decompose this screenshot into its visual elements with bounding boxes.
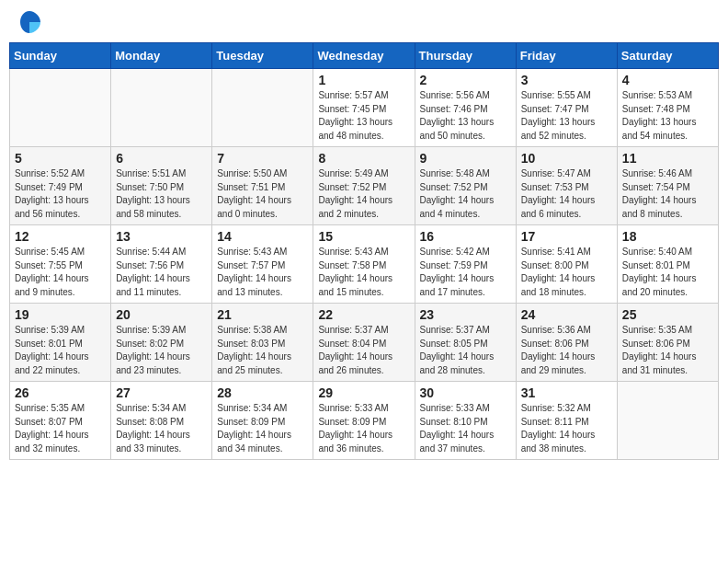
calendar-cell: 23Sunrise: 5:37 AM Sunset: 8:05 PM Dayli…: [415, 304, 516, 382]
calendar-cell: 6Sunrise: 5:51 AM Sunset: 7:50 PM Daylig…: [111, 147, 212, 225]
calendar-cell: 3Sunrise: 5:55 AM Sunset: 7:47 PM Daylig…: [516, 69, 617, 147]
calendar-week-row: 12Sunrise: 5:45 AM Sunset: 7:55 PM Dayli…: [10, 225, 719, 304]
calendar-week-row: 1Sunrise: 5:57 AM Sunset: 7:45 PM Daylig…: [10, 69, 719, 147]
day-number: 31: [521, 385, 612, 400]
calendar-cell: 31Sunrise: 5:32 AM Sunset: 8:11 PM Dayli…: [516, 382, 617, 460]
day-info: Sunrise: 5:40 AM Sunset: 8:01 PM Dayligh…: [622, 246, 713, 299]
day-number: 8: [318, 151, 409, 166]
day-number: 21: [217, 307, 308, 322]
calendar-cell: 15Sunrise: 5:43 AM Sunset: 7:58 PM Dayli…: [313, 225, 415, 304]
calendar-cell: 1Sunrise: 5:57 AM Sunset: 7:45 PM Daylig…: [313, 69, 415, 147]
calendar-cell: 18Sunrise: 5:40 AM Sunset: 8:01 PM Dayli…: [617, 225, 718, 304]
calendar-cell: 8Sunrise: 5:49 AM Sunset: 7:52 PM Daylig…: [313, 147, 415, 225]
calendar-header-row: SundayMondayTuesdayWednesdayThursdayFrid…: [10, 43, 719, 69]
calendar-cell: 4Sunrise: 5:53 AM Sunset: 7:48 PM Daylig…: [617, 69, 718, 147]
day-of-week-header: Sunday: [10, 43, 111, 69]
calendar-cell: [617, 382, 718, 460]
day-number: 13: [116, 229, 207, 244]
calendar-cell: 12Sunrise: 5:45 AM Sunset: 7:55 PM Dayli…: [10, 225, 111, 304]
calendar-cell: 29Sunrise: 5:33 AM Sunset: 8:09 PM Dayli…: [313, 382, 415, 460]
day-number: 4: [622, 73, 713, 87]
calendar-cell: 20Sunrise: 5:39 AM Sunset: 8:02 PM Dayli…: [111, 304, 212, 382]
day-number: 10: [521, 151, 612, 166]
day-number: 5: [15, 151, 106, 166]
day-number: 30: [420, 385, 511, 400]
day-info: Sunrise: 5:43 AM Sunset: 7:58 PM Dayligh…: [318, 246, 409, 299]
day-info: Sunrise: 5:47 AM Sunset: 7:53 PM Dayligh…: [521, 167, 612, 221]
day-info: Sunrise: 5:35 AM Sunset: 8:07 PM Dayligh…: [15, 402, 106, 455]
day-info: Sunrise: 5:38 AM Sunset: 8:03 PM Dayligh…: [217, 324, 308, 377]
day-number: 14: [217, 229, 308, 244]
day-info: Sunrise: 5:37 AM Sunset: 8:05 PM Dayligh…: [420, 324, 511, 377]
calendar-cell: 28Sunrise: 5:34 AM Sunset: 8:09 PM Dayli…: [212, 382, 313, 460]
day-number: 19: [15, 307, 106, 322]
calendar-cell: 21Sunrise: 5:38 AM Sunset: 8:03 PM Dayli…: [212, 304, 313, 382]
calendar-cell: 30Sunrise: 5:33 AM Sunset: 8:10 PM Dayli…: [415, 382, 516, 460]
day-info: Sunrise: 5:32 AM Sunset: 8:11 PM Dayligh…: [521, 402, 612, 455]
day-info: Sunrise: 5:51 AM Sunset: 7:50 PM Dayligh…: [116, 167, 207, 221]
day-info: Sunrise: 5:43 AM Sunset: 7:57 PM Dayligh…: [217, 246, 308, 299]
calendar-cell: 7Sunrise: 5:50 AM Sunset: 7:51 PM Daylig…: [212, 147, 313, 225]
calendar-cell: 24Sunrise: 5:36 AM Sunset: 8:06 PM Dayli…: [516, 304, 617, 382]
day-number: 18: [622, 229, 713, 244]
day-of-week-header: Wednesday: [313, 43, 415, 69]
calendar-cell: 9Sunrise: 5:48 AM Sunset: 7:52 PM Daylig…: [415, 147, 516, 225]
day-number: 15: [318, 229, 409, 244]
day-info: Sunrise: 5:46 AM Sunset: 7:54 PM Dayligh…: [622, 167, 713, 221]
day-info: Sunrise: 5:45 AM Sunset: 7:55 PM Dayligh…: [15, 246, 106, 299]
calendar-table: SundayMondayTuesdayWednesdayThursdayFrid…: [9, 42, 719, 460]
day-of-week-header: Tuesday: [212, 43, 313, 69]
calendar-cell: [212, 69, 313, 147]
calendar-cell: 2Sunrise: 5:56 AM Sunset: 7:46 PM Daylig…: [415, 69, 516, 147]
day-info: Sunrise: 5:33 AM Sunset: 8:10 PM Dayligh…: [420, 402, 511, 455]
day-info: Sunrise: 5:33 AM Sunset: 8:09 PM Dayligh…: [318, 402, 409, 455]
day-info: Sunrise: 5:39 AM Sunset: 8:01 PM Dayligh…: [15, 324, 106, 377]
day-of-week-header: Saturday: [617, 43, 718, 69]
day-number: 2: [420, 73, 511, 87]
calendar-cell: 19Sunrise: 5:39 AM Sunset: 8:01 PM Dayli…: [10, 304, 111, 382]
logo-icon: [17, 9, 42, 35]
day-number: 6: [116, 151, 207, 166]
page-header: [9, 9, 719, 35]
day-number: 24: [521, 307, 612, 322]
calendar-cell: 22Sunrise: 5:37 AM Sunset: 8:04 PM Dayli…: [313, 304, 415, 382]
day-info: Sunrise: 5:50 AM Sunset: 7:51 PM Dayligh…: [217, 167, 308, 221]
day-number: 20: [116, 307, 207, 322]
day-of-week-header: Friday: [516, 43, 617, 69]
calendar-cell: 10Sunrise: 5:47 AM Sunset: 7:53 PM Dayli…: [516, 147, 617, 225]
day-number: 16: [420, 229, 511, 244]
day-info: Sunrise: 5:57 AM Sunset: 7:45 PM Dayligh…: [318, 89, 409, 143]
calendar-cell: 25Sunrise: 5:35 AM Sunset: 8:06 PM Dayli…: [617, 304, 718, 382]
day-number: 1: [318, 73, 409, 87]
day-info: Sunrise: 5:53 AM Sunset: 7:48 PM Dayligh…: [622, 89, 713, 143]
calendar-cell: [10, 69, 111, 147]
day-number: 28: [217, 385, 308, 400]
logo: [13, 9, 42, 35]
calendar-cell: 16Sunrise: 5:42 AM Sunset: 7:59 PM Dayli…: [415, 225, 516, 304]
day-info: Sunrise: 5:41 AM Sunset: 8:00 PM Dayligh…: [521, 246, 612, 299]
day-info: Sunrise: 5:34 AM Sunset: 8:09 PM Dayligh…: [217, 402, 308, 455]
calendar-week-row: 26Sunrise: 5:35 AM Sunset: 8:07 PM Dayli…: [10, 382, 719, 460]
calendar-cell: 17Sunrise: 5:41 AM Sunset: 8:00 PM Dayli…: [516, 225, 617, 304]
day-number: 26: [15, 385, 106, 400]
day-info: Sunrise: 5:56 AM Sunset: 7:46 PM Dayligh…: [420, 89, 511, 143]
day-number: 27: [116, 385, 207, 400]
day-number: 3: [521, 73, 612, 87]
calendar-week-row: 19Sunrise: 5:39 AM Sunset: 8:01 PM Dayli…: [10, 304, 719, 382]
day-info: Sunrise: 5:52 AM Sunset: 7:49 PM Dayligh…: [15, 167, 106, 221]
day-number: 23: [420, 307, 511, 322]
calendar-cell: 26Sunrise: 5:35 AM Sunset: 8:07 PM Dayli…: [10, 382, 111, 460]
day-number: 12: [15, 229, 106, 244]
day-number: 29: [318, 385, 409, 400]
day-number: 11: [622, 151, 713, 166]
day-number: 9: [420, 151, 511, 166]
calendar-cell: 27Sunrise: 5:34 AM Sunset: 8:08 PM Dayli…: [111, 382, 212, 460]
day-info: Sunrise: 5:49 AM Sunset: 7:52 PM Dayligh…: [318, 167, 409, 221]
calendar-cell: 14Sunrise: 5:43 AM Sunset: 7:57 PM Dayli…: [212, 225, 313, 304]
calendar-cell: 5Sunrise: 5:52 AM Sunset: 7:49 PM Daylig…: [10, 147, 111, 225]
day-of-week-header: Thursday: [415, 43, 516, 69]
day-number: 7: [217, 151, 308, 166]
day-number: 17: [521, 229, 612, 244]
day-info: Sunrise: 5:35 AM Sunset: 8:06 PM Dayligh…: [622, 324, 713, 377]
day-number: 22: [318, 307, 409, 322]
